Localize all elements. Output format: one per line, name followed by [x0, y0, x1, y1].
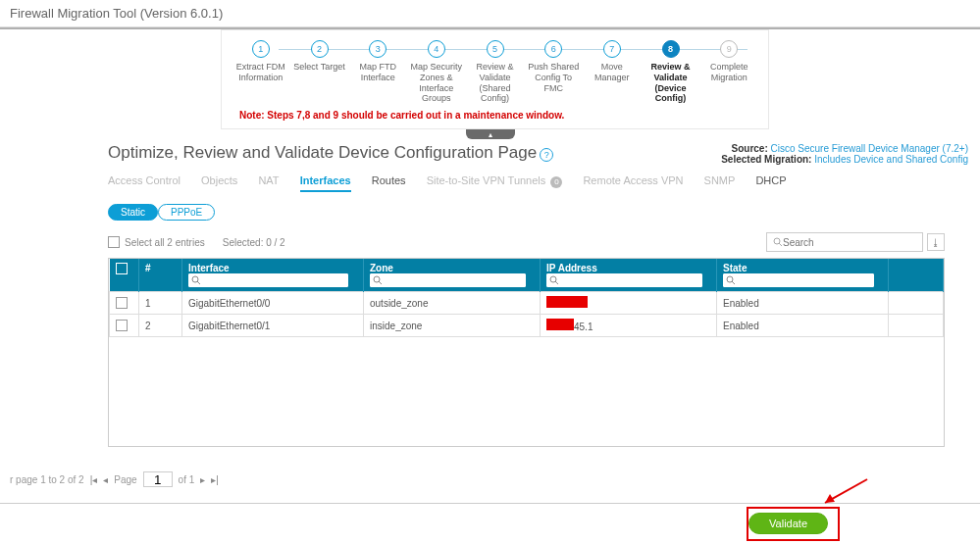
redacted-ip: [546, 296, 588, 308]
pager-first-icon[interactable]: |◂: [90, 474, 98, 485]
maintenance-note: Note: Steps 7,8 and 9 should be carried …: [232, 110, 758, 121]
tab-bar: Access Control Objects NAT Interfaces Ro…: [0, 165, 980, 192]
table-row[interactable]: 2 GigabitEthernet0/1 inside_zone 45.1 En…: [110, 315, 944, 337]
tab-nat[interactable]: NAT: [258, 174, 279, 190]
step-3[interactable]: 3Map FTD Interface: [348, 40, 407, 104]
select-all-label: Select all 2 entries: [125, 237, 205, 248]
svg-marker-11: [825, 494, 835, 503]
col-num[interactable]: #: [139, 259, 182, 292]
tab-ra-vpn[interactable]: Remote Access VPN: [583, 174, 683, 190]
pager-next-icon[interactable]: ▸: [200, 474, 205, 485]
selected-count: Selected: 0 / 2: [223, 237, 285, 248]
col-ip[interactable]: IP Address: [541, 259, 717, 292]
help-icon[interactable]: ?: [540, 148, 553, 162]
svg-line-9: [732, 281, 735, 284]
context-meta: Source: Cisco Secure Firewall Device Man…: [721, 143, 968, 165]
app-title: Firewall Migration Tool (Version 6.0.1): [0, 0, 980, 27]
svg-line-3: [197, 281, 200, 284]
pill-pppoe[interactable]: PPPoE: [158, 204, 215, 221]
step-8[interactable]: 8Review & Validate (Device Config): [642, 40, 700, 104]
svg-line-10: [825, 479, 867, 503]
collapse-stepper-icon[interactable]: ▴: [466, 129, 515, 139]
table-row[interactable]: 1 GigabitEthernet0/0 outside_zone Enable…: [110, 292, 944, 315]
select-all-checkbox[interactable]: [108, 236, 120, 248]
step-1[interactable]: 1Extract FDM Information: [232, 40, 290, 104]
download-icon[interactable]: ⭳: [927, 233, 945, 251]
pager: r page 1 to 2 of 2 |◂ ◂ Page of 1 ▸ ▸|: [0, 468, 229, 491]
step-9: 9Complete Migration: [699, 40, 758, 104]
pill-static[interactable]: Static: [108, 204, 158, 221]
search-icon: [773, 237, 783, 247]
col-interface[interactable]: Interface: [182, 259, 364, 292]
pager-prev-icon[interactable]: ◂: [103, 474, 108, 485]
source-link[interactable]: Cisco Secure Firewall Device Manager (7.…: [771, 143, 968, 154]
step-2[interactable]: 2Select Target: [290, 40, 349, 104]
tab-interfaces[interactable]: Interfaces: [300, 174, 351, 192]
step-6[interactable]: 6Push Shared Config To FMC: [524, 40, 583, 104]
migration-link[interactable]: Includes Device and Shared Config: [814, 154, 968, 165]
redacted-ip: [546, 319, 574, 330]
svg-line-5: [379, 281, 382, 284]
search-input[interactable]: [766, 232, 923, 252]
pager-last-icon[interactable]: ▸|: [211, 474, 219, 485]
header-checkbox[interactable]: [116, 263, 128, 274]
interfaces-table: # Interface Zone IP Address State 1 Giga…: [108, 258, 945, 447]
stepper: 1Extract FDM Information 2Select Target …: [221, 29, 769, 129]
tab-snmp[interactable]: SNMP: [704, 174, 736, 190]
col-state[interactable]: State: [717, 259, 889, 292]
row-checkbox[interactable]: [116, 297, 128, 309]
svg-line-1: [779, 243, 782, 246]
annotation-arrow: [813, 477, 872, 507]
page-title: Optimize, Review and Validate Device Con…: [108, 143, 537, 162]
tab-routes[interactable]: Routes: [372, 174, 406, 190]
row-checkbox[interactable]: [116, 320, 128, 331]
tab-dhcp[interactable]: DHCP: [755, 174, 786, 190]
col-zone[interactable]: Zone: [364, 259, 541, 292]
svg-line-7: [555, 281, 558, 284]
step-4[interactable]: 4Map Security Zones & Interface Groups: [407, 40, 466, 104]
tab-s2s-vpn[interactable]: Site-to-Site VPN Tunnels 0: [427, 174, 563, 192]
tab-access-control[interactable]: Access Control: [108, 174, 181, 190]
annotation-box: [747, 507, 840, 541]
tab-objects[interactable]: Objects: [201, 174, 237, 190]
step-7[interactable]: 7Move Manager: [583, 40, 642, 104]
step-5[interactable]: 5Review & Validate (Shared Config): [466, 40, 525, 104]
footer: Validate: [0, 503, 980, 544]
pager-page-input[interactable]: [143, 471, 173, 487]
